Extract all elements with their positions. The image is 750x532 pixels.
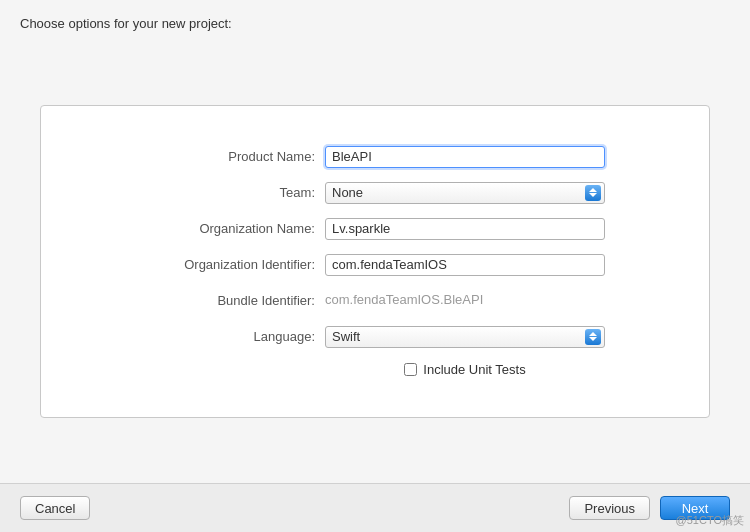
organization-identifier-row: Organization Identifier:: [61, 254, 689, 276]
language-select-wrapper: Swift Objective-C: [325, 326, 605, 348]
language-row: Language: Swift Objective-C: [61, 326, 689, 348]
language-select[interactable]: Swift Objective-C: [325, 326, 605, 348]
previous-button[interactable]: Previous: [569, 496, 650, 520]
team-select-wrapper: None Add an Account…: [325, 182, 605, 204]
form-container: Product Name: Team: None Add an Account…: [40, 105, 710, 418]
include-unit-tests-checkbox[interactable]: [404, 363, 417, 376]
product-name-input[interactable]: [325, 146, 605, 168]
dialog-title: Choose options for your new project:: [20, 16, 232, 31]
unit-tests-row: Include Unit Tests: [241, 362, 689, 377]
dialog-header: Choose options for your new project:: [0, 0, 750, 39]
organization-identifier-input[interactable]: [325, 254, 605, 276]
organization-name-input[interactable]: [325, 218, 605, 240]
team-row: Team: None Add an Account…: [61, 182, 689, 204]
language-label: Language:: [145, 329, 325, 344]
organization-identifier-label: Organization Identifier:: [145, 257, 325, 272]
bundle-identifier-value: com.fendaTeamIOS.BleAPI: [325, 290, 605, 312]
bundle-identifier-row: Bundle Identifier: com.fendaTeamIOS.BleA…: [61, 290, 689, 312]
bundle-identifier-label: Bundle Identifier:: [145, 293, 325, 308]
dialog-footer: Cancel Previous Next: [0, 483, 750, 532]
footer-right: Previous Next: [569, 496, 730, 520]
product-name-label: Product Name:: [145, 149, 325, 164]
organization-name-row: Organization Name:: [61, 218, 689, 240]
include-unit-tests-label: Include Unit Tests: [423, 362, 525, 377]
next-button[interactable]: Next: [660, 496, 730, 520]
dialog-body: Product Name: Team: None Add an Account…: [0, 39, 750, 483]
dialog: Choose options for your new project: Pro…: [0, 0, 750, 532]
team-label: Team:: [145, 185, 325, 200]
team-select[interactable]: None Add an Account…: [325, 182, 605, 204]
cancel-button[interactable]: Cancel: [20, 496, 90, 520]
product-name-row: Product Name:: [61, 146, 689, 168]
organization-name-label: Organization Name:: [145, 221, 325, 236]
